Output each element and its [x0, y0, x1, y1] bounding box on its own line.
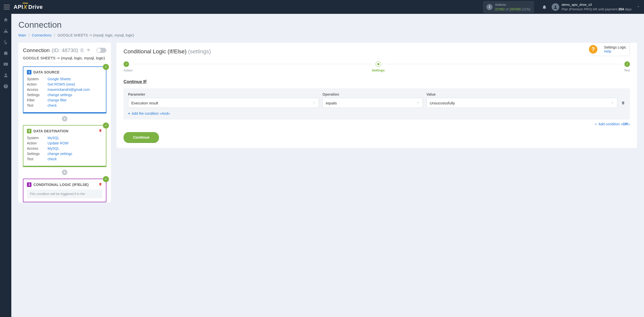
block-row: ActionUpdate ROW: [27, 141, 102, 145]
home-icon[interactable]: [3, 17, 8, 22]
step-action-done-icon: [124, 61, 129, 67]
logo-text-drive: Drive: [28, 4, 43, 10]
question-icon[interactable]: [3, 84, 8, 89]
operation-value: equals: [326, 101, 337, 105]
section-heading: Continue IF: [124, 79, 630, 84]
block-row: SystemGoogle Sheets: [27, 77, 102, 81]
notes-icon[interactable]: [80, 48, 84, 52]
block-row-value[interactable]: maverickandrii@gmail.com: [48, 88, 90, 92]
step-settings-label[interactable]: Settings: [372, 68, 385, 72]
data-source-block[interactable]: 1 DATA SOURCE SystemGoogle SheetsActionG…: [23, 66, 106, 113]
conn-subtitle: GOOGLE SHEETS -> (mysql, logic, mysql, l…: [23, 56, 106, 63]
gear-icon[interactable]: [86, 48, 90, 52]
delete-block-button[interactable]: [98, 182, 102, 187]
user-dropdown-toggle[interactable]: [636, 5, 640, 9]
help-link[interactable]: Help: [604, 49, 626, 53]
block-row-label: Test: [27, 103, 48, 107]
block-row: Accessmaverickandrii@gmail.com: [27, 88, 102, 92]
block-row: Settingschange settings: [27, 93, 102, 97]
parameter-select[interactable]: Execution result: [128, 98, 319, 108]
data-destination-block[interactable]: 2 DATA DESTINATION SystemMySQLActionUpda…: [23, 125, 106, 167]
info-icon: i: [487, 4, 493, 10]
block-number: 3: [27, 182, 31, 187]
block-row-value[interactable]: change settings: [48, 93, 72, 97]
block-row-value[interactable]: Update ROW: [48, 141, 68, 145]
actions-counter[interactable]: i Actions: 22'062 of 100'000 (22%): [483, 1, 534, 13]
svg-rect-1: [5, 29, 6, 30]
block-row-label: Action: [27, 141, 48, 145]
user-name: demo_apix_drive_s3: [562, 3, 632, 7]
svg-point-0: [555, 6, 556, 7]
parameter-value: Execution result: [131, 101, 158, 105]
block-row: Filterchange filter: [27, 98, 102, 102]
help-box: ? Settings Logic Help: [593, 43, 630, 56]
menu-toggle[interactable]: [4, 5, 10, 9]
crumb-current: GOOGLE SHEETS -> (mysql, logic, mysql, l…: [58, 33, 134, 37]
svg-rect-4: [7, 32, 8, 33]
value-value: Unsuccessfully: [430, 101, 455, 105]
crumb-main[interactable]: Main: [18, 33, 26, 37]
block-row-value[interactable]: MySQL: [48, 146, 59, 150]
delete-condition-button[interactable]: [621, 101, 625, 108]
user-menu[interactable]: demo_apix_drive_s3 Plan |Premium PRO| le…: [552, 3, 632, 11]
svg-point-6: [4, 84, 8, 89]
user-avatar-icon: [552, 3, 559, 11]
step-test-label[interactable]: Test: [624, 68, 630, 72]
logo[interactable]: API X Drive: [14, 4, 43, 10]
block-row-label: Filter: [27, 98, 48, 102]
conditional-logic-block[interactable]: 3 CONDITIONAL LOGIC (IF/ELSE) This condi…: [23, 179, 106, 202]
block-row-label: Action: [27, 82, 48, 86]
conn-title: Connection: [23, 47, 50, 53]
block-row-label: System: [27, 136, 48, 140]
add-block-button[interactable]: +: [62, 116, 67, 122]
briefcase-icon[interactable]: [3, 51, 8, 56]
help-title: Settings Logic: [604, 45, 626, 49]
block-row-label: System: [27, 77, 48, 81]
page-title: Connection: [18, 20, 637, 30]
chevron-down-icon: [313, 101, 316, 104]
block-row-value[interactable]: change settings: [48, 152, 72, 156]
breadcrumb: Main / Connections / GOOGLE SHEETS -> (m…: [18, 33, 637, 37]
add-and-condition-button[interactable]: + Add the condition «And»: [128, 111, 625, 115]
operation-select[interactable]: equals: [323, 98, 423, 108]
step-action-label[interactable]: Action: [124, 68, 133, 72]
side-nav: [0, 14, 11, 208]
block-row: Testcheck: [27, 103, 102, 107]
actions-used: 22'062: [495, 7, 505, 11]
notifications-button[interactable]: [540, 3, 549, 11]
logo-text-x: X: [23, 4, 27, 10]
value-label: Value: [426, 92, 617, 96]
step-test-done-icon: [624, 61, 630, 67]
value-select[interactable]: Unsuccessfully: [426, 98, 617, 108]
block-row-value[interactable]: Google Sheets: [48, 77, 71, 81]
block-row-value[interactable]: check: [48, 157, 57, 161]
plus-icon: +: [128, 111, 130, 115]
dollar-icon[interactable]: [3, 39, 8, 45]
block-row: Testcheck: [27, 157, 102, 161]
enable-toggle[interactable]: [96, 48, 106, 53]
chevron-down-icon: [636, 5, 640, 9]
step-settings-active-icon: [376, 61, 381, 67]
block-row-label: Access: [27, 146, 48, 150]
block-number: 1: [27, 70, 31, 74]
block-title: DATA DESTINATION: [33, 129, 68, 133]
continue-button[interactable]: Continue: [124, 132, 159, 142]
block-row-value[interactable]: MySQL: [48, 136, 59, 140]
settings-panel: Conditional Logic (If/Else) (settings) A…: [116, 43, 637, 148]
add-or-condition-button[interactable]: + Add condition «OR»: [124, 122, 630, 126]
delete-block-button[interactable]: [98, 129, 102, 133]
add-block-button[interactable]: +: [62, 170, 67, 175]
actions-of: of: [505, 7, 509, 11]
block-row-label: Access: [27, 88, 48, 92]
help-badge-icon[interactable]: ?: [589, 45, 597, 54]
plan-days: 254: [618, 7, 624, 11]
block-row-value[interactable]: change filter: [48, 98, 67, 102]
svg-rect-2: [4, 32, 5, 33]
crumb-connections[interactable]: Connections: [32, 33, 52, 37]
sitemap-icon[interactable]: [3, 28, 8, 33]
block-row-value[interactable]: check: [48, 103, 57, 107]
plus-icon: +: [595, 122, 597, 126]
youtube-icon[interactable]: [3, 62, 8, 67]
block-row-value[interactable]: Get ROWS (new): [48, 82, 75, 86]
user-icon[interactable]: [3, 73, 8, 78]
